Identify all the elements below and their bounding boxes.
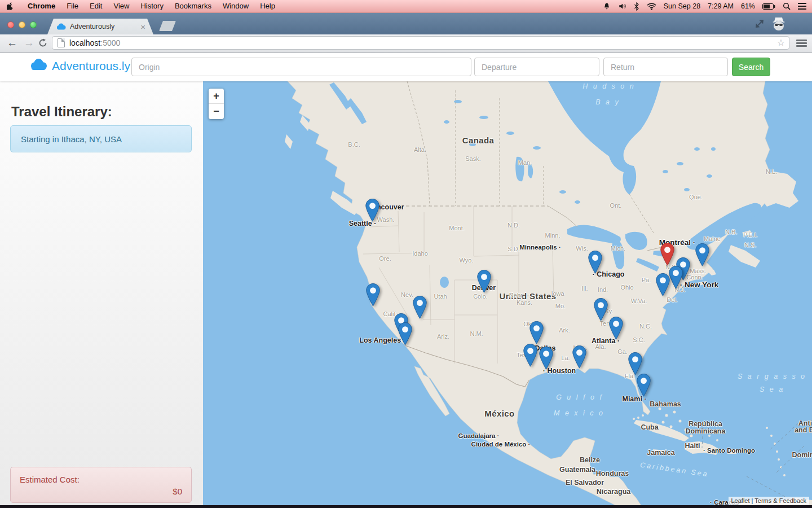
map-label: N.B. <box>725 229 737 235</box>
departure-input[interactable] <box>474 58 599 76</box>
map-label: Mo. <box>555 303 566 309</box>
forward-button[interactable]: → <box>24 36 34 50</box>
map-label: Minn. <box>545 232 561 239</box>
map-marker[interactable] <box>477 270 491 293</box>
search-button[interactable]: Search <box>732 58 770 76</box>
map-marker[interactable] <box>594 298 608 321</box>
bookmark-star-icon[interactable]: ☆ <box>777 38 785 47</box>
menubar-item-edit[interactable]: Edit <box>84 0 108 12</box>
map-label: El Salvador <box>566 479 604 487</box>
estimated-cost-value: $0 <box>173 487 182 496</box>
menubar-time[interactable]: 7:29 AM <box>708 2 734 10</box>
map-canvas-overlay[interactable]: + − Leaflet | Terms & Feedback CanadaUni… <box>203 81 812 508</box>
map-attribution[interactable]: Leaflet | Terms & Feedback <box>729 497 810 505</box>
map-marker[interactable] <box>529 321 544 344</box>
map-marker[interactable] <box>413 296 427 319</box>
menubar-item-bookmarks[interactable]: Bookmarks <box>169 0 217 12</box>
map-label: Ont. <box>610 202 622 209</box>
map-label: Guadalajara · <box>458 432 500 439</box>
map-marker[interactable] <box>539 347 553 370</box>
map-label: La. <box>561 354 570 361</box>
map-label: Idaho <box>412 250 428 257</box>
zoom-in-button[interactable]: + <box>209 89 224 104</box>
browser-tab-adventurously[interactable]: Adventurously × <box>47 19 153 34</box>
brand-name: Adventurous.ly <box>52 59 130 73</box>
fullscreen-arrows-icon[interactable] <box>754 19 765 31</box>
map-label: Wash. <box>377 216 395 223</box>
map-label: W.Va. <box>631 297 647 304</box>
map-label: Sask. <box>465 155 481 162</box>
menubar-item-chrome[interactable]: Chrome <box>22 0 61 12</box>
map-label: Man. <box>518 159 532 166</box>
map-label: Utah <box>434 293 447 300</box>
wifi-icon[interactable] <box>647 3 656 10</box>
chrome-toolbar: ← → localhost:5000 ☆ <box>0 34 812 53</box>
chrome-menu-icon[interactable] <box>796 40 807 47</box>
menubar-item-history[interactable]: History <box>135 0 169 12</box>
map-marker[interactable] <box>588 251 602 274</box>
menubar-item-view[interactable]: View <box>108 0 135 12</box>
menubar-item-help[interactable]: Help <box>254 0 281 12</box>
map-label: Mich. <box>611 245 625 252</box>
map-marker[interactable] <box>572 345 586 369</box>
map-label: G u l f o f <box>556 393 603 401</box>
itinerary-item-text: Starting in Ithaca, NY, USA <box>21 134 122 144</box>
map-marker[interactable] <box>365 199 379 222</box>
map-label: Nebr. <box>509 292 524 299</box>
sidebar-title: Travel Itinerary: <box>11 104 112 120</box>
map-label: Ill. <box>582 285 588 292</box>
menubar-item-file[interactable]: File <box>61 0 84 12</box>
return-input[interactable] <box>603 58 728 76</box>
brand-cloud-icon <box>30 59 47 73</box>
zoom-out-button[interactable]: − <box>209 104 224 119</box>
url-host: localhost <box>69 38 100 47</box>
window-close-button[interactable] <box>7 21 14 28</box>
map-label: Domin <box>792 451 812 459</box>
window-zoom-button[interactable] <box>30 21 37 28</box>
map-label: Ariz. <box>437 333 449 340</box>
map-label: · New York <box>680 281 719 289</box>
map-marker-origin[interactable] <box>660 243 674 266</box>
map-label: Mont. <box>449 225 465 231</box>
map-label: Ore. <box>379 255 391 262</box>
map-label: Minneapolis · <box>519 244 561 251</box>
map-label: S.C. <box>633 336 645 343</box>
menubar-item-window[interactable]: Window <box>217 0 254 12</box>
origin-input[interactable] <box>131 58 471 76</box>
map-marker[interactable] <box>637 374 651 397</box>
incognito-spy-icon <box>770 16 787 33</box>
map-marker[interactable] <box>523 344 537 367</box>
itinerary-item[interactable]: Starting in Ithaca, NY, USA <box>10 125 192 152</box>
notification-bell-icon[interactable] <box>603 2 611 11</box>
menubar-date[interactable]: Sun Sep 28 <box>664 2 700 10</box>
map-label: P.E.I. <box>743 231 757 238</box>
map-marker[interactable] <box>695 243 709 266</box>
map-label: N.L. <box>766 168 777 175</box>
battery-icon[interactable] <box>762 3 775 10</box>
apple-menu-icon[interactable] <box>7 2 14 11</box>
map-marker[interactable] <box>669 266 683 289</box>
tab-close-icon[interactable]: × <box>140 23 145 31</box>
map-label: Belize <box>580 456 600 464</box>
map-marker[interactable] <box>628 352 642 375</box>
spotlight-icon[interactable] <box>783 2 791 10</box>
new-tab-button[interactable] <box>159 21 176 31</box>
map-label: · Santo Domingo <box>703 447 755 454</box>
reload-button[interactable] <box>38 38 47 50</box>
volume-icon[interactable] <box>618 2 626 10</box>
map-label: N.M. <box>470 330 483 337</box>
omnibox[interactable]: localhost:5000 ☆ <box>52 36 789 50</box>
window-minimize-button[interactable] <box>19 21 25 28</box>
map-marker[interactable] <box>609 317 623 340</box>
map-marker[interactable] <box>656 273 670 296</box>
map-marker[interactable] <box>398 322 412 345</box>
map-marker[interactable] <box>366 283 380 306</box>
map-label: Wis. <box>576 245 588 252</box>
bluetooth-icon[interactable] <box>634 2 639 11</box>
map-label: M e x i c o <box>554 409 604 417</box>
map-label: Haiti <box>685 442 700 450</box>
map-label: Cuba <box>641 423 658 431</box>
notification-center-icon[interactable] <box>798 3 806 10</box>
back-button[interactable]: ← <box>7 36 17 50</box>
brand[interactable]: Adventurous.ly <box>30 59 130 73</box>
